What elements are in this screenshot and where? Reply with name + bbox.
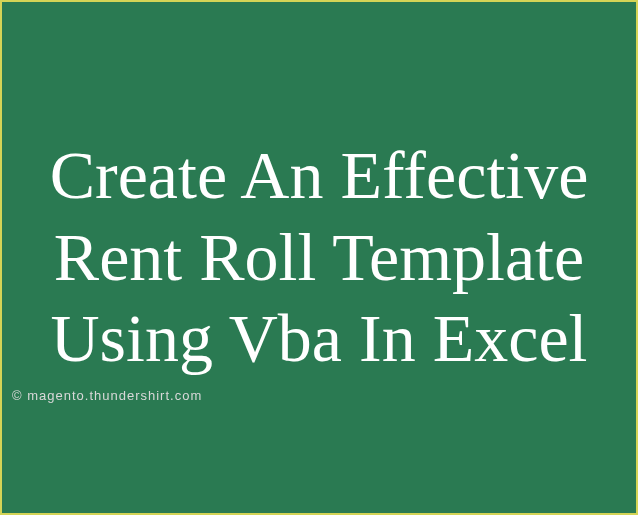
watermark-text: © magento.thundershirt.com	[12, 388, 202, 403]
title-text: Create An Effective Rent Roll Template U…	[2, 125, 636, 390]
